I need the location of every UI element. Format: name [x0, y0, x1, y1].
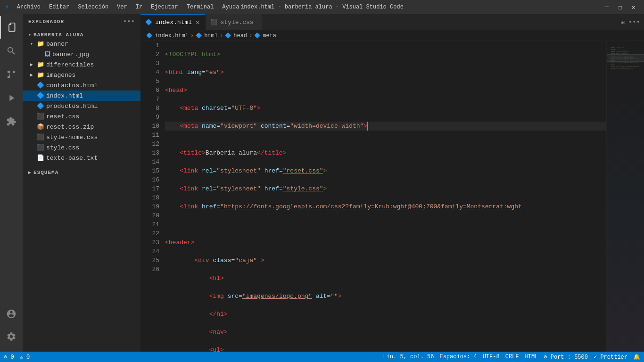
notification-bell-icon[interactable]: 🔔 [633, 354, 640, 361]
tab-css-icon: ⬛ [210, 19, 217, 26]
activity-search[interactable] [0, 40, 23, 62]
statusbar-right: Lín. 5, col. 56 Espacios: 4 UTF-8 CRLF H… [383, 354, 640, 361]
menu-editar[interactable]: Editar [45, 3, 73, 11]
maximize-button[interactable]: ☐ [614, 3, 626, 11]
schema-arrow-icon: ▶ [28, 170, 32, 175]
activity-settings[interactable] [0, 325, 23, 348]
sidebar-content: ▾ BARBERIA ALURA ▾ 📁 banner 🖼 banner.jpg [23, 29, 140, 352]
sidebar-actions: ••• [123, 18, 135, 25]
file-style-css[interactable]: ⬛ style.css [23, 142, 140, 153]
root-folder-label[interactable]: ▾ BARBERIA ALURA [23, 29, 140, 39]
breadcrumb-head[interactable]: head [233, 33, 247, 39]
folder-diferenciales-label: diferenciales [46, 61, 94, 68]
file-style-css-label: style.css [46, 144, 79, 151]
warning-count[interactable]: ⚠ 0 [20, 354, 30, 361]
diferenciales-arrow-icon: ▶ [30, 62, 36, 67]
error-count[interactable]: ⊗ 0 [4, 354, 14, 361]
html-file-icon: 🔷 [37, 92, 44, 99]
menu-archivo[interactable]: Archivo [13, 3, 44, 11]
tab-index-html-label: index.html [155, 19, 192, 26]
minimap-canvas: <html lang="es"><head> <meta charset="UT… [607, 41, 644, 352]
breadcrumb-html[interactable]: html [204, 33, 218, 39]
minimize-button[interactable]: ─ [601, 3, 612, 11]
file-index-html[interactable]: 🔷 index.html [23, 90, 140, 101]
line-numbers: 12345 678910 1112131415 1617181920 21222… [140, 41, 163, 352]
tab-style-css[interactable]: ⬛ style.css [206, 14, 262, 30]
editor-area: 12345 678910 1112131415 1617181920 21222… [140, 41, 644, 352]
file-banner-jpg[interactable]: 🖼 banner.jpg [23, 49, 140, 59]
statusbar: ⊗ 0 ⚠ 0 Lín. 5, col. 56 Espacios: 4 UTF-… [0, 352, 644, 362]
menu-ayuda[interactable]: Ayuda [218, 3, 243, 11]
tab-html-icon: 🔷 [145, 19, 152, 26]
sidebar-header: EXPLORADOR ••• [23, 14, 140, 29]
breadcrumb-html-icon2: 🔷 [196, 33, 202, 39]
file-reset-css-zip-label: reset.css.zip [46, 123, 94, 131]
indentation[interactable]: Espacios: 4 [439, 354, 477, 360]
cursor-position[interactable]: Lín. 5, col. 56 [383, 354, 434, 360]
vscode-logo-icon: ⚡ [5, 2, 9, 12]
file-style-home-css-label: style-home.css [46, 134, 98, 141]
split-editor-icon[interactable]: ⊞ [620, 18, 624, 26]
tab-close-icon[interactable]: ✕ [195, 18, 200, 26]
activity-explorer[interactable] [0, 16, 23, 39]
activity-run-debug[interactable] [0, 87, 23, 109]
menu-seleccion[interactable]: Selección [74, 3, 112, 11]
code-editor[interactable]: 12345 678910 1112131415 1617181920 21222… [140, 41, 606, 352]
file-productos-html-label: productos.html [46, 103, 98, 110]
live-server-port[interactable]: ⊘ Port : 5500 [544, 354, 588, 361]
line-ending[interactable]: CRLF [505, 354, 519, 360]
file-index-html-label: index.html [46, 92, 83, 99]
breadcrumb-meta-icon: 🔷 [254, 33, 261, 39]
breadcrumb-sep2: › [220, 33, 223, 39]
tab-index-html[interactable]: 🔷 index.html ✕ [140, 14, 206, 30]
tabs-bar: 🔷 index.html ✕ ⬛ style.css ⊞ ••• [140, 14, 644, 31]
content-area: EXPLORADOR ••• ▾ BARBERIA ALURA ▾ 📁 bann… [0, 14, 644, 352]
banner-arrow-icon: ▾ [30, 41, 36, 47]
imagenes-arrow-icon: ▶ [30, 72, 36, 78]
file-reset-css-zip[interactable]: 📦 reset.css.zip [23, 122, 140, 132]
folder-diferenciales[interactable]: ▶ 📁 diferenciales [23, 59, 140, 70]
language-mode[interactable]: HTML [525, 354, 538, 360]
breadcrumb-head-icon: 🔷 [225, 33, 231, 39]
file-reset-css[interactable]: ⬛ reset.css [23, 111, 140, 122]
activity-source-control[interactable] [0, 63, 23, 86]
sidebar-more-icon[interactable]: ••• [123, 18, 135, 25]
activity-bar [0, 14, 23, 352]
code-lines: <!DOCTYPE html> <html lang="es"> <head> … [163, 41, 606, 352]
window-title: index.html - barberia alura - Visual Stu… [240, 4, 404, 10]
titlebar: ⚡ Archivo Editar Selección Ver Ir Ejecut… [0, 0, 644, 14]
tab-style-css-label: style.css [220, 19, 253, 26]
close-button[interactable]: ✕ [628, 3, 639, 11]
css-file-icon: ⬛ [37, 113, 44, 120]
svg-point-2 [8, 71, 10, 74]
schema-section[interactable]: ▶ ESQUEMA [23, 167, 140, 176]
file-reset-css-label: reset.css [46, 113, 79, 120]
titlebar-left: ⚡ Archivo Editar Selección Ver Ir Ejecut… [5, 2, 243, 12]
folder-imagenes[interactable]: ▶ 📁 imagenes [23, 70, 140, 80]
menu-ejecutar[interactable]: Ejecutar [147, 3, 182, 11]
css-file-icon: ⬛ [37, 133, 44, 141]
folder-banner[interactable]: ▾ 📁 banner [23, 39, 140, 49]
menu-ir[interactable]: Ir [132, 3, 146, 11]
breadcrumb-index-html[interactable]: index.html [155, 33, 189, 39]
main-area: EXPLORADOR ••• ▾ BARBERIA ALURA ▾ 📁 bann… [0, 14, 644, 362]
file-contactos-html-label: contactos.html [46, 82, 98, 89]
file-contactos-html[interactable]: 🔷 contactos.html [23, 80, 140, 90]
breadcrumb-html-icon: 🔷 [146, 33, 153, 39]
breadcrumb-meta[interactable]: meta [263, 33, 276, 39]
more-actions-icon[interactable]: ••• [628, 18, 640, 26]
menu-terminal[interactable]: Terminal [183, 3, 218, 11]
file-style-home-css[interactable]: ⬛ style-home.css [23, 132, 140, 142]
root-folder-name: BARBERIA ALURA [33, 32, 83, 38]
activity-account[interactable] [0, 303, 23, 325]
file-texto-base-txt[interactable]: 📄 texto-base.txt [23, 153, 140, 163]
tabs-right: ⊞ ••• [620, 14, 644, 30]
menu-ver[interactable]: Ver [113, 3, 131, 11]
activity-extensions[interactable] [0, 110, 23, 133]
breadcrumb: 🔷 index.html › 🔷 html › 🔷 head › 🔷 meta [140, 31, 644, 41]
folder-icon: 📁 [37, 61, 44, 68]
encoding[interactable]: UTF-8 [483, 354, 500, 360]
prettier-status[interactable]: ✓ Prettier [594, 354, 627, 361]
schema-label: ESQUEMA [33, 170, 58, 175]
file-productos-html[interactable]: 🔷 productos.html [23, 101, 140, 111]
